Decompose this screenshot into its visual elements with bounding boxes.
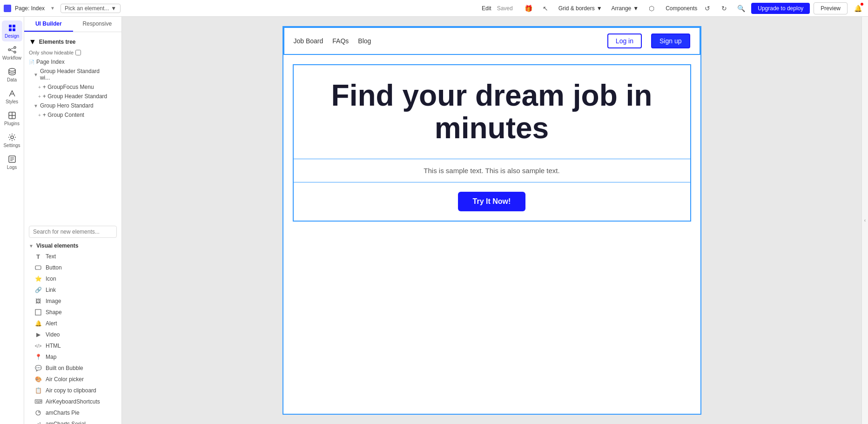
design-label: Design bbox=[5, 34, 19, 39]
upgrade-to-deploy-btn[interactable]: Upgrade to deploy bbox=[751, 3, 810, 14]
ve-item-video[interactable]: ▶ Video bbox=[24, 329, 121, 340]
page-icon-tree: 📄 bbox=[29, 60, 34, 65]
ve-item-button[interactable]: Button bbox=[24, 262, 121, 273]
elements-tree-label: Elements tree bbox=[39, 39, 117, 45]
ve-item-text[interactable]: T Text bbox=[24, 251, 121, 262]
sidebar-item-styles[interactable]: Styles bbox=[2, 86, 22, 107]
arrange-btn[interactable]: Arrange ▼ bbox=[609, 4, 642, 13]
ve-item-label: Video bbox=[46, 331, 60, 338]
ve-item-link[interactable]: 🔗 Link bbox=[24, 284, 121, 296]
search-elements-input[interactable] bbox=[29, 226, 117, 238]
arrange-caret: ▼ bbox=[633, 5, 639, 12]
ve-item-air-keyboard-shortcuts[interactable]: ⌨ AirKeyboardShortcuts bbox=[24, 396, 121, 407]
ve-item-label: amCharts Serial bbox=[46, 421, 86, 424]
sidebar-item-plugins[interactable]: Plugins bbox=[2, 108, 22, 129]
preview-btn[interactable]: Preview bbox=[814, 2, 848, 14]
sidebar-item-workflow[interactable]: Workflow bbox=[2, 42, 22, 63]
logs-icon bbox=[7, 155, 17, 164]
tree-item-groupfocus-menu[interactable]: + + GroupFocus Menu ••• bbox=[24, 82, 121, 92]
ve-item-alert[interactable]: 🔔 Alert bbox=[24, 318, 121, 329]
tree-plus-icon: + bbox=[38, 85, 41, 90]
nav-faqs[interactable]: FAQs bbox=[332, 37, 349, 45]
ve-item-air-copy-clipboard[interactable]: 📋 Air copy to clipboard bbox=[24, 385, 121, 396]
cursor-icon-btn[interactable]: ↖ bbox=[539, 2, 552, 15]
undo-btn[interactable]: ↺ bbox=[701, 2, 714, 15]
left-panel-tabs: UI Builder Responsive bbox=[24, 17, 121, 32]
svg-rect-19 bbox=[35, 266, 41, 269]
redo-btn[interactable]: ↻ bbox=[718, 2, 731, 15]
svg-rect-24 bbox=[40, 422, 40, 424]
sidebar-item-design[interactable]: Design bbox=[2, 20, 22, 41]
ve-item-amcharts-serial[interactable]: amCharts Serial bbox=[24, 418, 121, 424]
workflow-label: Workflow bbox=[2, 55, 21, 61]
tree-item-page-index[interactable]: 📄 Page Index bbox=[24, 57, 121, 67]
grid-borders-btn[interactable]: Grid & borders ▼ bbox=[556, 4, 605, 13]
nav-blog[interactable]: Blog bbox=[358, 37, 371, 45]
tree-item-group-content[interactable]: + + Group Content ••• bbox=[24, 110, 121, 120]
canvas-wrapper: Job Board FAQs Blog Log in Sign up Find … bbox=[122, 17, 861, 424]
visual-elements-header[interactable]: ▼ Visual elements bbox=[24, 241, 121, 251]
svg-line-8 bbox=[10, 50, 14, 52]
canvas-try-it-now-btn[interactable]: Try It Now! bbox=[458, 192, 526, 211]
tree-item-group-header-standard-wl[interactable]: ▼ Group Header Standard wi... ••• bbox=[24, 67, 121, 82]
tree-item-label: + GroupFocus Menu bbox=[43, 84, 94, 90]
topbar: Page: Index ▼ Pick an element... ▼ Edit … bbox=[0, 0, 868, 17]
canvas-area: Job Board FAQs Blog Log in Sign up Find … bbox=[122, 17, 861, 424]
tab-ui-builder[interactable]: UI Builder bbox=[24, 17, 73, 32]
ve-item-image[interactable]: 🖼 Image bbox=[24, 296, 121, 307]
image-icon: 🖼 bbox=[34, 297, 42, 305]
amcharts-serial-icon bbox=[34, 420, 42, 424]
edit-label[interactable]: Edit bbox=[482, 5, 491, 12]
nav-login-btn[interactable]: Log in bbox=[607, 34, 642, 48]
nav-job-board[interactable]: Job Board bbox=[294, 37, 323, 45]
map-icon: 📍 bbox=[34, 353, 42, 361]
link-icon: 🔗 bbox=[34, 286, 42, 294]
components-label: Components bbox=[666, 5, 697, 12]
notification-btn[interactable]: 🔔 bbox=[851, 2, 864, 15]
sidebar-item-logs[interactable]: Logs bbox=[2, 152, 22, 173]
tree-item-group-header-standard[interactable]: + + Group Header Standard ••• bbox=[24, 92, 121, 101]
pick-element-input[interactable]: Pick an element... ▼ bbox=[61, 4, 121, 13]
ve-item-built-on-bubble[interactable]: 💬 Built on Bubble bbox=[24, 363, 121, 374]
ve-item-label: Image bbox=[46, 298, 61, 304]
canvas-hero-heading: Find your dream job in minutes bbox=[312, 79, 672, 145]
search-btn[interactable]: 🔍 bbox=[734, 2, 747, 15]
sidebar-item-data[interactable]: Data bbox=[2, 64, 22, 85]
canvas-nav: Job Board FAQs Blog Log in Sign up bbox=[283, 27, 700, 55]
text-icon: T bbox=[34, 253, 42, 260]
ve-caret: ▼ bbox=[29, 243, 34, 249]
tree-item-group-hero-standard[interactable]: ▼ Group Hero Standard ••• bbox=[24, 101, 121, 110]
ve-item-html[interactable]: </> HTML bbox=[24, 340, 121, 351]
ve-item-icon[interactable]: ⭐ Icon bbox=[24, 273, 121, 284]
canvas-hero-title-block: Find your dream job in minutes bbox=[294, 65, 690, 159]
group-expand-icon: ▼ bbox=[34, 72, 38, 77]
tree-item-label: Group Hero Standard bbox=[40, 102, 94, 109]
arrange-label: Arrange bbox=[612, 5, 632, 12]
sidebar-item-settings[interactable]: Settings bbox=[2, 130, 22, 151]
canvas-hero-sample-text: This is sample text. This is also sample… bbox=[312, 167, 672, 175]
svg-rect-2 bbox=[9, 28, 12, 31]
tree-item-label: Page Index bbox=[36, 59, 65, 65]
design-icon bbox=[7, 23, 17, 33]
ve-item-label: Built on Bubble bbox=[46, 365, 83, 371]
copy-clipboard-icon: 📋 bbox=[34, 387, 42, 394]
settings-label: Settings bbox=[3, 143, 20, 148]
workflow-icon bbox=[7, 45, 17, 54]
gift-icon-btn[interactable]: 🎁 bbox=[522, 2, 535, 15]
ve-item-air-color-picker[interactable]: 🎨 Air Color picker bbox=[24, 374, 121, 385]
ve-item-shape[interactable]: Shape bbox=[24, 307, 121, 318]
nav-signup-btn[interactable]: Sign up bbox=[651, 34, 690, 48]
bubble-icon: 💬 bbox=[34, 364, 42, 372]
right-collapse-handle[interactable]: ‹ bbox=[861, 17, 868, 424]
ve-item-amcharts-pie[interactable]: amCharts Pie bbox=[24, 407, 121, 418]
ve-item-map[interactable]: 📍 Map bbox=[24, 351, 121, 363]
button-icon bbox=[34, 264, 42, 271]
ve-item-label: AirKeyboardShortcuts bbox=[46, 398, 100, 405]
components-cube-icon[interactable]: ⬡ bbox=[645, 2, 658, 15]
page-caret: ▼ bbox=[50, 6, 55, 11]
show-hideable-checkbox[interactable] bbox=[75, 50, 81, 55]
icon-icon: ⭐ bbox=[34, 275, 42, 283]
shape-icon bbox=[34, 309, 42, 316]
tab-responsive[interactable]: Responsive bbox=[73, 17, 122, 32]
icon-sidebar: Design Workflow Data bbox=[0, 17, 24, 424]
